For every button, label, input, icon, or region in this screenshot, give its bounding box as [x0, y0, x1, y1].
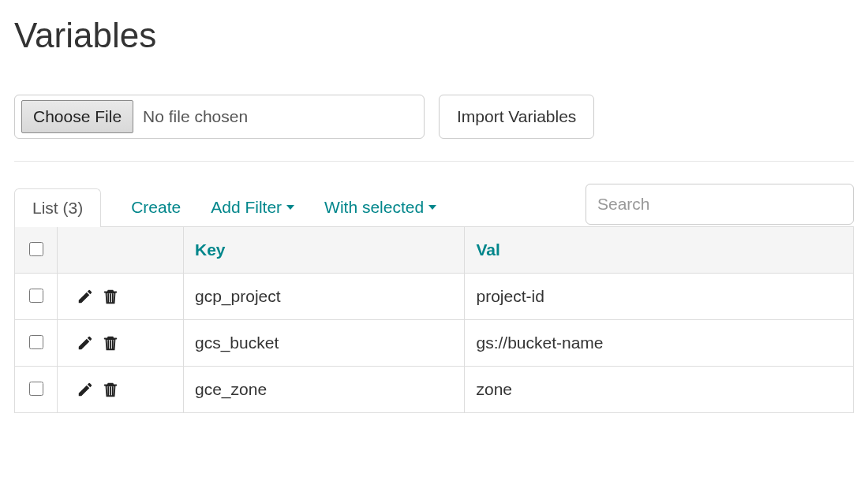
search-input[interactable] — [586, 184, 854, 225]
upload-row: Choose File No file chosen Import Variab… — [14, 95, 854, 139]
header-val[interactable]: Val — [465, 227, 854, 274]
edit-icon[interactable] — [77, 381, 94, 398]
caret-down-icon — [286, 205, 294, 210]
import-variables-button[interactable]: Import Variables — [439, 95, 594, 139]
edit-icon[interactable] — [77, 334, 94, 352]
header-select-all — [15, 227, 58, 274]
row-checkbox[interactable] — [29, 335, 43, 349]
cell-val: zone — [465, 367, 854, 413]
tab-list[interactable]: List (3) — [14, 188, 101, 227]
delete-icon[interactable] — [102, 381, 119, 398]
create-link-label: Create — [131, 198, 181, 217]
cell-key: gce_zone — [184, 367, 465, 413]
add-filter-dropdown[interactable]: Add Filter — [211, 188, 294, 226]
row-checkbox[interactable] — [29, 382, 43, 396]
edit-icon[interactable] — [77, 288, 94, 305]
header-key[interactable]: Key — [184, 227, 465, 274]
with-selected-label: With selected — [324, 198, 424, 217]
header-actions — [58, 227, 184, 274]
table-row: gcs_bucketgs://bucket-name — [15, 320, 854, 367]
divider — [14, 161, 854, 162]
cell-val: gs://bucket-name — [465, 320, 854, 367]
delete-icon[interactable] — [102, 288, 119, 305]
caret-down-icon — [428, 205, 436, 210]
create-link[interactable]: Create — [131, 188, 181, 226]
page-title: Variables — [14, 16, 854, 55]
cell-key: gcp_project — [184, 274, 465, 320]
toolbar: List (3) Create Add Filter With selected — [14, 184, 854, 226]
cell-key: gcs_bucket — [184, 320, 465, 367]
file-chooser[interactable]: Choose File No file chosen — [14, 95, 425, 139]
add-filter-label: Add Filter — [211, 198, 282, 217]
cell-val: project-id — [465, 274, 854, 320]
table-row: gce_zonezone — [15, 367, 854, 413]
file-status-text: No file chosen — [143, 107, 248, 126]
with-selected-dropdown[interactable]: With selected — [324, 188, 436, 226]
select-all-checkbox[interactable] — [29, 242, 43, 256]
table-header-row: Key Val — [15, 227, 854, 274]
choose-file-button[interactable]: Choose File — [21, 100, 133, 133]
row-checkbox[interactable] — [29, 289, 43, 303]
variables-table: Key Val gcp_projectproject-idgcs_bucketg… — [14, 226, 854, 413]
table-row: gcp_projectproject-id — [15, 274, 854, 320]
delete-icon[interactable] — [102, 334, 119, 352]
